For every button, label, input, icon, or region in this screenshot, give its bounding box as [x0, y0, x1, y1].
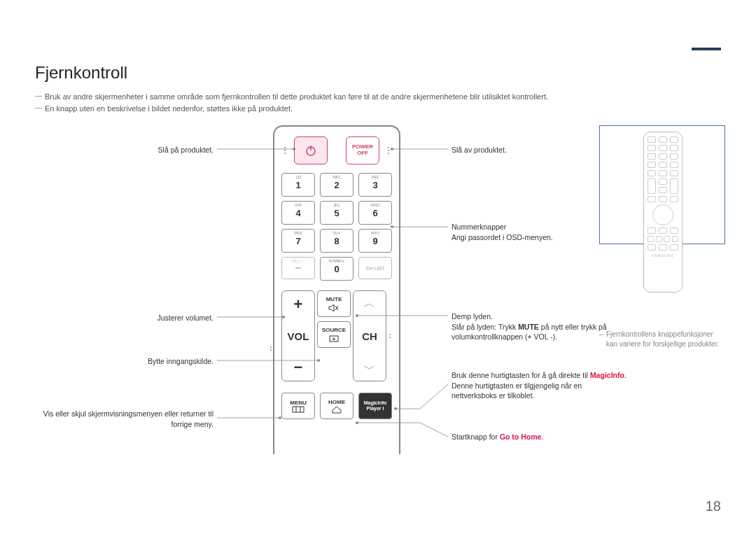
magicinfo-button: MagicInfo Player I — [358, 393, 392, 419]
home-icon — [331, 405, 342, 414]
keypad-0: SYMBOL0 — [320, 257, 354, 281]
dots-icon — [269, 346, 273, 351]
label-power-on: Slå på produktet. — [35, 145, 214, 155]
label-menu: Vis eller skjul skjermvisningsmenyen ell… — [35, 409, 214, 429]
label-volume: Justerer volumet. — [35, 313, 214, 323]
keypad-5: JKL5 — [320, 201, 354, 225]
svg-line-26 — [420, 423, 448, 437]
home-button: HOME — [320, 393, 354, 419]
svg-rect-5 — [293, 407, 304, 412]
keypad-9: WXY9 — [358, 229, 392, 253]
keypad-8: TUV8 — [320, 229, 354, 253]
main-diagram: POWER OFF .QZ1 ABC2 DEF3 GHI4 JKL5 MNO6 … — [35, 125, 721, 468]
volume-rocker: + VOL − — [281, 290, 315, 381]
mute-button: MUTE — [317, 290, 351, 317]
ir-dots-icon — [385, 147, 392, 154]
dots-icon — [388, 334, 392, 338]
keypad-chlist: CH LIST — [358, 257, 392, 279]
page-number: 18 — [706, 498, 721, 514]
notes-block: Bruk av andre skjermenheter i samme områ… — [35, 92, 721, 113]
source-icon — [328, 335, 340, 343]
side-illustration-box: SAMSUNG — [599, 125, 725, 244]
menu-button: MENU — [281, 393, 315, 419]
keypad-del: DEL-/--− — [281, 257, 315, 279]
note-2: En knapp uten en beskrivelse i bildet ne… — [35, 104, 721, 113]
plus-icon: + — [294, 297, 303, 312]
keypad-7: PRS7 — [281, 229, 315, 253]
svg-line-23 — [420, 384, 448, 409]
keypad-3: DEF3 — [358, 173, 392, 197]
side-note: Fjernkontrollens knappefunksjoner kan va… — [599, 330, 725, 349]
label-numbers: Nummerknapper Angi passordet i OSD-menye… — [451, 222, 620, 242]
power-off-label-2: OFF — [357, 150, 368, 157]
label-magicinfo: Bruk denne hurtigtasten for å gå direkte… — [451, 370, 626, 401]
power-off-button: POWER OFF — [346, 136, 379, 164]
chevron-down-icon: ﹀ — [363, 363, 376, 375]
power-icon — [304, 143, 318, 157]
keypad-6: MNO6 — [358, 201, 392, 225]
minus-icon: − — [294, 360, 303, 375]
label-source: Bytte inngangskilde. — [35, 356, 214, 367]
channel-rocker: ︿ CH ﹀ — [353, 290, 386, 381]
header-accent-bar — [692, 48, 721, 50]
keypad-4: GHI4 — [281, 201, 315, 225]
label-power-off: Slå av produktet. — [451, 145, 620, 155]
note-1: Bruk av andre skjermenheter i samme områ… — [35, 92, 721, 101]
mute-icon — [328, 304, 340, 312]
keypad-1: .QZ1 — [281, 173, 315, 197]
label-home: Startknapp for Go to Home. — [451, 432, 626, 442]
source-button: SOURCE — [317, 321, 351, 348]
menu-icon — [292, 406, 304, 413]
power-on-button — [294, 136, 328, 164]
ir-dots-icon — [281, 147, 288, 154]
mini-remote-illustration: SAMSUNG — [643, 132, 682, 293]
keypad-2: ABC2 — [320, 173, 354, 197]
page-title: Fjernkontroll — [35, 63, 721, 83]
remote-illustration: POWER OFF .QZ1 ABC2 DEF3 GHI4 JKL5 MNO6 … — [273, 125, 400, 454]
chevron-up-icon: ︿ — [363, 297, 376, 309]
